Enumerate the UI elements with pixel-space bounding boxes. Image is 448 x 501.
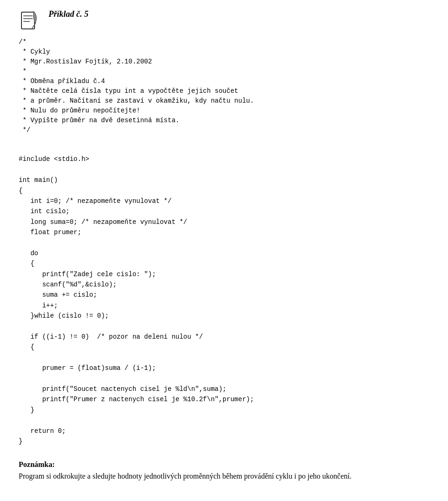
note-text: Program si odkrokujte a sledujte hodnoty… <box>19 471 429 482</box>
example-title: Příklad č. 5 <box>49 9 429 19</box>
header-section: Příklad č. 5 <box>19 9 429 33</box>
title-block: Příklad č. 5 <box>49 9 429 21</box>
comment-block: /* * Cykly * Mgr.Rostislav Fojtík, 2.10.… <box>19 37 429 135</box>
page-container: Příklad č. 5 /* * Cykly * Mgr.Rostislav … <box>19 9 429 482</box>
logo-icon <box>19 10 41 33</box>
code-section: #include <stdio.h> int main() { int i=0;… <box>19 144 429 446</box>
note-title: Poznámka: <box>19 460 429 469</box>
svg-rect-0 <box>21 12 35 29</box>
note-section: Poznámka: Program si odkrokujte a sleduj… <box>19 460 429 482</box>
